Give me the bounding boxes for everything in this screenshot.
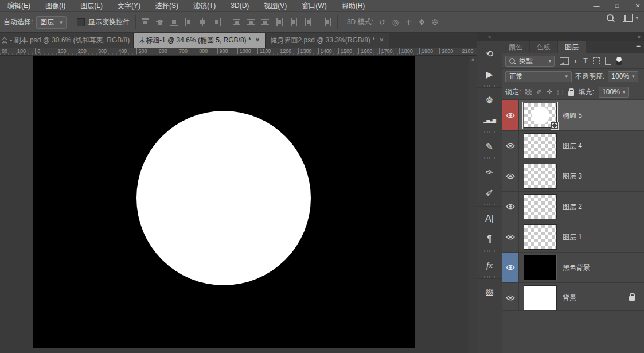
lock-image-pixels-icon[interactable]: ✐ (536, 88, 542, 96)
layer-name[interactable]: 图层 3 (563, 161, 582, 191)
character-panel-icon[interactable]: A| (477, 208, 502, 229)
visibility-eye-icon[interactable] (506, 265, 515, 270)
dock-grip[interactable] (484, 276, 495, 278)
layer-row-layer2[interactable]: 图层 2 (502, 192, 644, 222)
document-tab-active[interactable]: 未标题-1 @ 34.6% (椭圆 5, RGB/8) * × (134, 33, 266, 48)
navigator-panel-icon[interactable]: ☸ (477, 90, 502, 110)
tab-color[interactable]: 颜色 (502, 41, 529, 53)
brush-settings-panel-icon[interactable]: ✐ (477, 183, 502, 203)
3d-roll-icon[interactable]: ◎ (392, 18, 399, 26)
layer-row-layer1[interactable]: 图层 1 (502, 222, 644, 253)
menu-edit[interactable]: 编辑(E) (0, 0, 38, 11)
close-tab-icon[interactable]: × (380, 36, 384, 44)
layer-thumbnail[interactable] (524, 133, 557, 158)
dock-grip[interactable] (484, 157, 495, 159)
layer-thumbnail[interactable] (524, 194, 557, 219)
layer-row-layer4[interactable]: 图层 4 (502, 131, 644, 161)
distribute-bottom-icon[interactable] (261, 18, 269, 26)
layer-name[interactable]: 黑色背景 (563, 253, 590, 282)
vertical-scrollbar[interactable]: ∧ (469, 56, 477, 353)
auto-select-dropdown[interactable]: 图层 ▾ (36, 16, 67, 29)
lock-artboard-icon[interactable]: ⬚ (557, 88, 563, 96)
scroll-up-icon[interactable]: ∧ (469, 56, 477, 62)
layer-thumbnail[interactable] (524, 164, 557, 189)
collapse-panels-icon[interactable]: » (638, 33, 641, 41)
document-tab[interactable]: 会 - 副本.psd @ 30.6% (线和耳麦, RGB/8) × (0, 33, 134, 48)
layer-row-background[interactable]: 背景 (502, 283, 644, 313)
lock-all-icon[interactable] (568, 88, 574, 96)
brush-presets-panel-icon[interactable]: ✑ (477, 162, 502, 183)
3d-slide-icon[interactable]: ✥ (419, 18, 425, 26)
visibility-eye-icon[interactable] (506, 204, 515, 210)
workspace-switcher[interactable]: ▾ (623, 14, 638, 22)
ellipse-shape[interactable] (136, 111, 311, 285)
layer-thumbnail[interactable] (524, 285, 557, 311)
distribute-right-icon[interactable] (305, 18, 312, 26)
dock-grip[interactable] (484, 131, 495, 133)
align-vertical-center-icon[interactable] (156, 18, 163, 26)
align-right-icon[interactable] (213, 18, 221, 26)
actions-panel-icon[interactable]: ▶ (477, 64, 502, 84)
visibility-eye-icon[interactable] (506, 234, 515, 240)
layer-thumbnail[interactable] (524, 224, 557, 250)
layer-filter-toggle[interactable] (616, 57, 622, 65)
tab-layers[interactable]: 图层 (558, 41, 586, 53)
filter-type-dropdown[interactable]: 类型 ▾ (505, 56, 555, 67)
fill-input[interactable]: 100% ▾ (599, 87, 629, 98)
menu-select[interactable]: 选择(S) (148, 0, 186, 11)
visibility-eye-icon[interactable] (506, 173, 515, 179)
visibility-eye-icon[interactable] (506, 113, 515, 118)
document-tab[interactable]: 健身界面2.psd @ 33.3%(RGB/8) * × (266, 33, 389, 48)
distribute-spacing-icon[interactable] (324, 18, 331, 26)
history-panel-icon[interactable]: ⟲ (477, 43, 502, 64)
filter-shape-layers-icon[interactable] (593, 57, 600, 64)
opacity-input[interactable]: 100% ▾ (608, 71, 638, 82)
distribute-top-icon[interactable] (233, 18, 240, 26)
document-viewport[interactable]: ∧ (0, 56, 477, 353)
patterns-panel-icon[interactable]: ▨ (477, 281, 502, 301)
align-horizontal-center-icon[interactable] (199, 18, 206, 26)
menu-layer[interactable]: 图层(L) (73, 0, 110, 11)
canvas[interactable] (33, 56, 415, 348)
layer-name[interactable]: 图层 1 (563, 222, 582, 252)
blend-mode-dropdown[interactable]: 正常 ▾ (505, 71, 572, 82)
filter-smart-objects-icon[interactable] (605, 57, 611, 65)
paragraph-panel-icon[interactable]: ¶ (477, 229, 502, 250)
menu-filter[interactable]: 滤镜(T) (186, 0, 223, 11)
layer-name[interactable]: 图层 4 (563, 131, 582, 161)
align-bottom-icon[interactable] (170, 18, 178, 26)
filter-text-layers-icon[interactable]: T (583, 57, 587, 65)
close-tab-icon[interactable]: × (256, 36, 260, 44)
show-transform-checkbox[interactable] (77, 18, 85, 26)
menu-image[interactable]: 图像(I) (38, 0, 73, 11)
menu-help[interactable]: 帮助(H) (334, 0, 373, 11)
layer-name[interactable]: 背景 (563, 283, 576, 313)
dock-grip[interactable] (484, 250, 495, 252)
menu-window[interactable]: 窗口(W) (294, 0, 334, 11)
lock-transparent-pixels-icon[interactable] (525, 89, 532, 95)
tab-swatches[interactable]: 色板 (530, 41, 557, 53)
histogram-panel-icon[interactable]: ▂▅▃▆ (477, 110, 502, 131)
visibility-eye-icon[interactable] (506, 295, 515, 301)
minimize-icon[interactable]: — (592, 2, 600, 9)
menu-type[interactable]: 文字(Y) (110, 0, 148, 11)
dock-grip[interactable] (484, 204, 495, 205)
layer-name[interactable]: 椭圆 5 (563, 100, 582, 130)
search-icon[interactable] (607, 14, 614, 21)
layer-row-layer3[interactable]: 图层 3 (502, 161, 644, 192)
distribute-horizontal-center-icon[interactable] (290, 18, 298, 26)
3d-orbit-icon[interactable]: ↺ (379, 18, 385, 26)
layer-thumbnail[interactable] (524, 255, 557, 280)
align-left-icon[interactable] (185, 18, 192, 26)
close-icon[interactable]: ✕ (634, 2, 642, 10)
notes-panel-icon[interactable]: ✎ (477, 136, 502, 157)
filter-adjustment-layers-icon[interactable]: ◐ (574, 57, 578, 65)
layer-row-ellipse5[interactable]: 椭圆 5 (502, 100, 644, 131)
menu-3d[interactable]: 3D(D) (223, 0, 256, 11)
lock-position-icon[interactable]: ✛ (547, 88, 552, 96)
dock-grip[interactable] (484, 85, 495, 87)
panel-menu-icon[interactable]: ≡ (636, 42, 641, 51)
dock-collapse-header[interactable]: « (477, 33, 502, 41)
filter-image-layers-icon[interactable] (560, 57, 569, 65)
horizontal-ruler[interactable]: 0010001002003004005006007008009001000110… (0, 48, 477, 56)
